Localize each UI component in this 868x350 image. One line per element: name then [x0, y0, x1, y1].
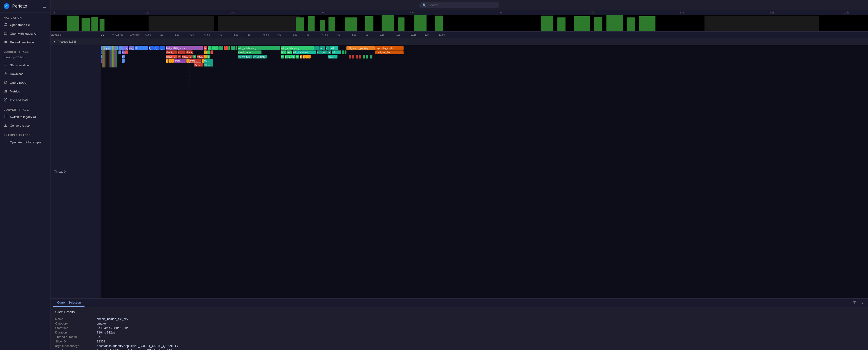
- ruler-tick-8: +4s: [218, 33, 222, 36]
- search-input[interactable]: [428, 3, 475, 7]
- process-header: ▼ Process 31348: [51, 38, 868, 45]
- svg-text:c: c: [122, 51, 123, 54]
- timeline-ruler: 15201.5 s + 0 s +470.8 ms +970.8 ms +1.5…: [51, 32, 868, 38]
- metrics-label: Metrics: [10, 90, 20, 93]
- show-timeline-label: Show timeline: [10, 63, 29, 67]
- sidebar-item-switch-legacy[interactable]: Switch to legacy UI: [0, 113, 50, 121]
- svg-text:a...: a...: [317, 51, 320, 54]
- sidebar-item-open-legacy[interactable]: Open with legacy UI: [0, 29, 50, 38]
- svg-text:c: c: [292, 56, 294, 58]
- svg-text:try_compile: try_compile: [253, 56, 265, 58]
- svg-rect-41: [365, 16, 374, 31]
- svg-rect-82: [224, 46, 226, 50]
- svg-rect-188: [366, 55, 368, 59]
- svg-text:check_: check_: [186, 51, 193, 54]
- info-stats-label: Info and stats: [10, 98, 28, 102]
- detail-value: 0s: [97, 335, 863, 339]
- timeline-icon: [4, 63, 7, 67]
- svg-rect-120: [211, 51, 213, 54]
- download-icon: [4, 72, 7, 76]
- slice-details-title: Slice Details: [55, 310, 863, 314]
- search-box[interactable]: 🔍: [419, 2, 499, 8]
- ruler-tick-18: +9s: [364, 33, 368, 36]
- navigation-section: Navigation Open trace file Open with leg…: [0, 12, 50, 47]
- search-icon: 🔍: [423, 3, 427, 7]
- detail-key: args.functionArgs: [55, 344, 93, 348]
- svg-text:a...: a...: [315, 47, 318, 50]
- svg-rect-231: [116, 46, 117, 67]
- svg-rect-32: [91, 17, 98, 31]
- svg-text:cmak...: cmak...: [175, 60, 182, 62]
- current-selection-tab[interactable]: Current Selection: [53, 299, 85, 307]
- svg-text:add...: add...: [330, 47, 336, 50]
- ruler-tick-6: +3s: [190, 33, 193, 36]
- sidebar-item-download[interactable]: Download: [0, 70, 50, 78]
- sidebar-header: Perfetto ☰: [0, 0, 50, 12]
- detail-key: Slice ID: [55, 340, 93, 343]
- svg-rect-218: [104, 46, 104, 67]
- svg-rect-215: [101, 59, 102, 63]
- svg-text:c: c: [285, 56, 286, 58]
- example-traces-label: Example Traces: [0, 130, 50, 138]
- sidebar-item-open-trace[interactable]: Open trace file: [0, 21, 50, 29]
- sidebar-item-show-timeline[interactable]: Show timeline: [0, 61, 50, 70]
- sidebar-item-convert-json[interactable]: Convert to .json: [0, 121, 50, 130]
- svg-rect-44: [414, 15, 427, 31]
- sidebar-item-record-trace[interactable]: Record new trace: [0, 38, 50, 47]
- svg-text:try_...: try_...: [194, 63, 200, 66]
- svg-text:c: c: [193, 56, 195, 58]
- svg-rect-11: [6, 90, 7, 92]
- svg-text:2.4s: 2.4s: [230, 11, 235, 14]
- svg-rect-224: [110, 46, 110, 67]
- detail-table: Namecheck_include_file_cxxCategorycmakeS…: [55, 317, 863, 350]
- svg-text:c: c: [178, 51, 180, 54]
- svg-text:c_: c_: [281, 56, 284, 58]
- svg-rect-36: [296, 18, 304, 31]
- svg-rect-10: [5, 90, 6, 92]
- timeline-overview[interactable]: 0s 1.2s 2.4s 3.6s 4.8s 6s 7.2s 8.4s 9.6s…: [51, 10, 868, 32]
- process-collapse-btn[interactable]: ▼: [53, 40, 56, 43]
- record-icon: [4, 40, 7, 44]
- detail-value: 18358: [97, 340, 863, 343]
- svg-rect-31: [82, 18, 90, 31]
- sidebar-item-info-stats[interactable]: Info and stats: [0, 96, 50, 104]
- svg-text:add_subdirect...: add_subdirect...: [293, 51, 310, 54]
- detail-key: Thread duration: [55, 335, 93, 339]
- ruler-tick-21: +10.5s: [409, 33, 416, 36]
- svg-rect-80: [219, 46, 221, 50]
- ruler-tick-16: +8s: [336, 33, 340, 36]
- pin-button[interactable]: ⊤: [851, 299, 858, 306]
- svg-rect-138: [345, 51, 346, 54]
- svg-text:find_int128_types: find_int128_types: [166, 47, 185, 50]
- flame-chart-canvas[interactable]: project c cm_ cm_ file f_ fl_: [101, 45, 868, 298]
- svg-rect-212: [101, 46, 102, 50]
- sidebar-item-metrics[interactable]: Metrics: [0, 87, 50, 96]
- svg-rect-81: [221, 46, 223, 50]
- hamburger-button[interactable]: ☰: [42, 3, 47, 9]
- expand-button[interactable]: ∨: [860, 299, 865, 306]
- ruler-tick-3: +1.5s: [145, 33, 151, 36]
- svg-text:1.2s: 1.2s: [145, 11, 149, 14]
- svg-rect-190: [122, 59, 125, 63]
- svg-text:try_...: try_...: [205, 63, 210, 66]
- folder-icon: [4, 23, 7, 27]
- svg-text:try_...: try_...: [205, 60, 210, 62]
- svg-rect-85: [231, 46, 233, 50]
- svg-text:add_subdirectory: add_subdirectory: [238, 47, 256, 50]
- download-label: Download: [10, 72, 24, 76]
- ruler-tick-9: +4.5s: [232, 33, 238, 36]
- svg-text:c: c: [216, 47, 217, 50]
- ruler-tick-11: +5.5s: [263, 33, 269, 36]
- track-label-column: Thread 0: [51, 45, 101, 298]
- svg-text:try_compile: try_compile: [238, 56, 251, 58]
- detail-key: Duration: [55, 331, 93, 334]
- sidebar-item-open-android[interactable]: Open Android example: [0, 138, 50, 147]
- sidebar: Perfetto ☰ Navigation Open trace file Op…: [0, 0, 51, 350]
- query-sql-label: Query (SQL): [10, 81, 27, 85]
- svg-rect-184: [352, 55, 354, 59]
- detail-key: Category: [55, 322, 93, 325]
- svg-rect-220: [106, 46, 106, 67]
- svg-text:add...: add...: [332, 51, 338, 54]
- sidebar-item-query-sql[interactable]: Query (SQL): [0, 78, 50, 87]
- svg-text:t: t: [205, 51, 205, 54]
